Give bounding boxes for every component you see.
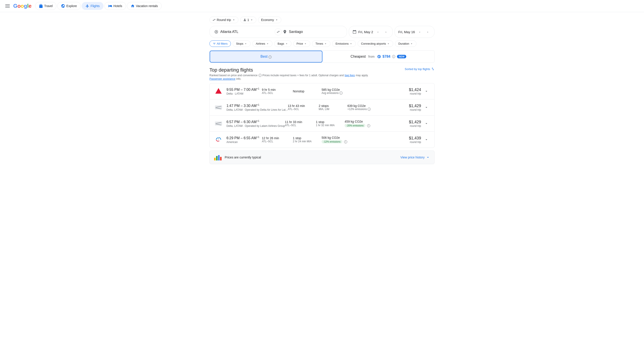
menu-button[interactable]	[4, 2, 12, 10]
airline-logo	[214, 135, 223, 144]
nav-hotels[interactable]: Hotels	[104, 2, 126, 10]
emissions-filter[interactable]: Emissions	[332, 40, 356, 47]
svg-rect-8	[218, 155, 220, 160]
may-apply-text: may apply.	[356, 74, 368, 77]
sorted-by-button[interactable]: Sorted by top flights	[405, 67, 434, 71]
nav-flights[interactable]: Flights	[82, 2, 104, 10]
flight-row[interactable]: 9:55 PM – 7:00 AM+1 Delta · LATAM 9 hr 5…	[210, 83, 434, 99]
bags-filter[interactable]: Bags	[274, 40, 292, 47]
flight-emissions-label: Avg emissions i	[322, 91, 357, 95]
class-label: Economy	[261, 18, 274, 22]
flight-duration: 12 hr 26 min ATL–SCL	[262, 136, 293, 143]
trip-type-selector[interactable]: Round trip	[210, 16, 238, 23]
expand-button[interactable]	[423, 120, 430, 127]
flight-route: ATL–SCL	[288, 108, 319, 111]
bags-label: Bags	[278, 42, 284, 45]
flight-stops-main: 2 stops	[319, 104, 348, 108]
nav-flights-label: Flights	[91, 4, 100, 8]
price-chart-icon	[214, 154, 222, 160]
origin-value: Atlanta ATL	[220, 30, 238, 34]
expand-button[interactable]	[423, 88, 430, 95]
outbound-date-prev[interactable]: ‹	[375, 29, 381, 35]
flight-stops: 1 stop 1 hr 32 min MIA	[316, 120, 344, 127]
flight-price-main: $1,429	[399, 120, 421, 124]
return-date-next[interactable]: ›	[424, 29, 431, 35]
flight-time-range: 6:57 PM – 6:30 AM+1	[226, 120, 285, 124]
destination-value: Santiago	[289, 30, 303, 34]
stops-label: Stops	[236, 42, 243, 45]
airline-logo	[214, 119, 223, 128]
passenger-assistance-link[interactable]: Passenger assistance	[210, 77, 235, 80]
connecting-airports-filter[interactable]: Connecting airports	[358, 40, 393, 47]
swap-locations-button[interactable]	[275, 28, 282, 35]
flight-price: $1,429 round trip	[399, 120, 421, 127]
destination-field[interactable]: Santiago	[278, 26, 347, 37]
origin-field[interactable]: Atlanta ATL	[210, 26, 278, 37]
top-navigation: Google Travel Explore Flights Hotels Vac…	[0, 0, 644, 12]
emissions-info-icon[interactable]: i	[344, 140, 347, 143]
flight-price-sub: round trip	[399, 92, 421, 95]
return-date-field[interactable]: Fri, May 16 ‹ ›	[394, 26, 434, 38]
flight-emissions-main: 459 kg CO2e	[344, 120, 380, 123]
flight-times: 1:47 PM – 3:30 AM+1 Delta, LATAM · Opera…	[226, 103, 288, 111]
airline-logo	[214, 103, 223, 112]
cheapest-price: $784	[382, 54, 390, 58]
tab-cheapest[interactable]: Cheapest from $784 i NEW	[322, 51, 434, 62]
expand-button[interactable]	[423, 136, 430, 143]
outbound-date-field[interactable]: Fri, May 2 ‹ ›	[349, 26, 393, 38]
flight-emissions-main: 585 kg CO2e	[322, 88, 357, 91]
expand-button[interactable]	[423, 104, 430, 111]
tab-best-label: Best	[260, 54, 268, 58]
times-label: Times	[315, 42, 323, 45]
airlines-label: Airlines	[256, 42, 265, 45]
bag-fees-link[interactable]: bag fees	[344, 74, 355, 77]
flight-time-range: 9:55 PM – 7:00 AM+1	[226, 87, 262, 92]
stops-filter[interactable]: Stops	[233, 40, 250, 47]
nav-travel[interactable]: Travel	[35, 2, 56, 10]
times-filter[interactable]: Times	[312, 40, 330, 47]
flight-row[interactable]: 6:57 PM – 6:30 AM+1 Delta, LATAM · Opera…	[210, 116, 434, 132]
flight-duration: 11 hr 33 min ATL–SCL	[285, 120, 316, 127]
section-header: Top departing flights Ranked based on pr…	[210, 67, 434, 80]
emissions-info-icon[interactable]: i	[368, 108, 371, 111]
return-date-prev[interactable]: ‹	[417, 29, 423, 35]
class-selector[interactable]: Economy	[258, 16, 281, 23]
cheapest-info-icon[interactable]: i	[392, 55, 395, 58]
svg-rect-6	[214, 158, 216, 160]
flight-price: $1,424 round trip	[399, 87, 421, 95]
flight-row[interactable]: 1:47 PM – 3:30 AM+1 Delta, LATAM · Opera…	[210, 99, 434, 116]
flight-time-range: 1:47 PM – 3:30 AM+1	[226, 103, 288, 108]
view-history-label: View price history	[400, 156, 424, 159]
emissions-info-icon[interactable]: i	[340, 91, 342, 95]
nav-vacation[interactable]: Vacation rentals	[127, 2, 162, 10]
flight-stops-main: 1 stop	[293, 136, 322, 140]
flight-row[interactable]: 6:29 PM – 6:55 AM+1 American 12 hr 26 mi…	[210, 132, 434, 148]
flight-times: 6:57 PM – 6:30 AM+1 Delta, LATAM · Opera…	[226, 120, 285, 127]
passengers-selector[interactable]: 1	[240, 16, 256, 23]
filters-row: All filters Stops Airlines Bags Price Ti…	[210, 40, 434, 47]
search-options-row: Round trip 1 Economy	[210, 16, 434, 23]
flight-emissions: 506 kg CO2e -12% emissions i	[322, 136, 357, 143]
ranked-info-icon[interactable]: i	[258, 74, 262, 77]
tab-best[interactable]: Best i	[210, 51, 322, 62]
outbound-date-next[interactable]: ›	[383, 29, 389, 35]
view-price-history-button[interactable]: View price history	[400, 155, 430, 159]
all-filters-button[interactable]: All filters	[210, 40, 231, 47]
flight-price-main: $1,439	[399, 136, 421, 141]
flight-airline: Delta, LATAM · Operated by Delta Air Lin…	[226, 108, 288, 111]
duration-filter[interactable]: Duration	[395, 40, 416, 47]
google-logo: Google	[13, 3, 32, 9]
flight-stops: Nonstop	[293, 89, 322, 93]
flight-price: $1,429 round trip	[399, 104, 421, 111]
price-filter[interactable]: Price	[293, 40, 310, 47]
trip-type-label: Round trip	[217, 18, 231, 22]
section-title: Top departing flights	[210, 67, 368, 73]
flight-emissions: 459 kg CO2e -20% emissions i	[344, 120, 380, 127]
best-info-icon[interactable]: i	[268, 55, 272, 58]
nav-explore[interactable]: Explore	[57, 2, 80, 10]
emissions-info-icon[interactable]: i	[367, 124, 370, 127]
flight-route: ATL–SCL	[262, 140, 293, 143]
flight-duration: 13 hr 43 min ATL–SCL	[288, 104, 319, 111]
price-history-text: Prices are currently typical	[225, 156, 261, 159]
airlines-filter[interactable]: Airlines	[252, 40, 272, 47]
